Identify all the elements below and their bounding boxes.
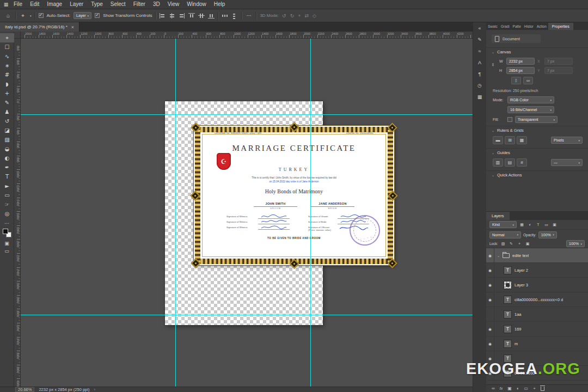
horizontal-guide[interactable] — [21, 315, 473, 315]
tab-properties[interactable]: Properties — [548, 23, 573, 30]
vertical-guide[interactable] — [310, 39, 311, 387]
crop-tool[interactable]: # — [0, 70, 14, 79]
canvas-section-header[interactable]: ⌄ Canvas — [486, 47, 588, 56]
menu-filter[interactable]: Filter — [130, 0, 149, 9]
menu-layer[interactable]: Layer — [66, 0, 87, 9]
clear-guides-button[interactable]: # — [517, 158, 527, 167]
menu-type[interactable]: Type — [87, 0, 107, 9]
tab-patterns[interactable]: Patte — [511, 23, 523, 30]
bit-depth-select[interactable]: 16 Bits/Channel ▾ — [507, 106, 554, 113]
lock-pixels-icon[interactable]: ✎ — [509, 242, 514, 246]
layer-row[interactable]: ◉ Layer 3 — [486, 278, 588, 292]
kind-filter-select[interactable]: Kind ▾ — [489, 221, 517, 228]
visibility-toggle[interactable]: ◉ — [486, 292, 494, 307]
canvas-viewport[interactable]: Certificate No. WB09547/99047-2022 / 984… — [21, 39, 473, 387]
blur-tool[interactable]: ◒ — [0, 144, 14, 154]
auto-select-checkbox[interactable] — [39, 13, 44, 18]
lock-position-icon[interactable]: + — [517, 242, 523, 246]
tab-actions[interactable]: Action — [535, 23, 548, 30]
layer-row[interactable]: ◉ 169 — [486, 322, 588, 336]
menu-help[interactable]: Help — [210, 0, 229, 9]
close-icon[interactable]: × — [71, 24, 74, 30]
grid-options-button[interactable]: ▦ — [517, 136, 527, 144]
menu-file[interactable]: File — [10, 0, 26, 9]
layer-row[interactable]: ◉ cilla0000000...ccccccc<0 d — [486, 292, 588, 307]
menu-select[interactable]: Select — [107, 0, 130, 9]
tool-preset-caret-icon[interactable]: ▾ — [30, 14, 32, 17]
new-horizontal-guide-button[interactable]: ▤ — [505, 158, 515, 167]
status-chevron-icon[interactable]: › — [94, 387, 95, 392]
eraser-tool[interactable]: ◪ — [0, 126, 14, 135]
opacity-select[interactable]: 100% ▾ — [538, 231, 557, 238]
foreground-color-swatch[interactable] — [3, 229, 8, 234]
character-panel-icon[interactable]: A — [475, 58, 485, 68]
clone-stamp-tool[interactable]: ♟ — [0, 107, 14, 117]
shape-filter-icon[interactable]: ▭ — [543, 223, 549, 227]
dodge-tool[interactable]: ◐ — [0, 154, 14, 163]
height-field[interactable]: 2854 px — [506, 67, 535, 74]
menu-image[interactable]: Image — [43, 0, 66, 9]
align-top-icon[interactable] — [188, 13, 195, 19]
units-select[interactable]: Pixels ▾ — [551, 137, 583, 144]
lock-transparent-icon[interactable]: ▨ — [500, 242, 506, 246]
visibility-toggle[interactable]: ◉ — [486, 263, 494, 277]
distribute-vertical-icon[interactable] — [231, 13, 238, 19]
adjustment-filter-icon[interactable]: ◐ — [527, 223, 533, 226]
link-dimensions-icon[interactable]: ∞ — [491, 63, 495, 66]
brush-settings-icon[interactable]: ✎ — [475, 35, 485, 45]
landscape-orientation-button[interactable]: ▭ — [523, 77, 533, 84]
info-panel-icon[interactable]: ▦ — [475, 92, 485, 102]
collapse-panels-icon[interactable]: « — [475, 23, 485, 33]
app-icon[interactable]: ▦ — [2, 2, 10, 7]
align-bottom-icon[interactable] — [208, 13, 215, 19]
visibility-toggle[interactable] — [486, 307, 494, 321]
vertical-guide[interactable] — [175, 39, 176, 387]
magic-wand-tool[interactable]: ∗ — [0, 61, 14, 70]
toggle-grid-button[interactable]: ⊞ — [505, 136, 515, 144]
tab-layers[interactable]: Layers — [486, 212, 510, 220]
tool-preset-icon[interactable]: ⌖ — [19, 13, 27, 19]
horizontal-guide[interactable] — [21, 114, 473, 115]
history-panel-icon[interactable]: ◷ — [475, 81, 485, 90]
fill-select[interactable]: Transparent ▾ — [515, 116, 558, 123]
align-right-icon[interactable] — [179, 13, 185, 19]
new-group-icon[interactable]: ▭ — [524, 386, 529, 391]
smart-object-filter-icon[interactable]: ▣ — [552, 223, 558, 227]
healing-brush-tool[interactable]: + — [0, 89, 14, 98]
align-center-horizontal-icon[interactable] — [169, 13, 175, 19]
layer-name[interactable]: cilla0000000...ccccccc<0 d — [514, 297, 563, 302]
gradient-tool[interactable]: ▨ — [0, 135, 14, 144]
tab-gradients[interactable]: Gradi — [499, 23, 511, 30]
move-tool[interactable]: ⌖ — [0, 33, 14, 42]
vertical-ruler[interactable]: 8006004002000200400600800100012001400160… — [14, 39, 21, 387]
new-layer-icon[interactable]: + — [533, 386, 536, 391]
color-swatches[interactable] — [3, 229, 11, 237]
visibility-toggle[interactable]: ◉ — [486, 322, 494, 336]
3d-scale-icon[interactable]: ◇ — [313, 13, 316, 19]
path-select-tool[interactable]: ► — [0, 181, 14, 191]
portrait-orientation-button[interactable]: ▯ — [511, 77, 521, 84]
eyedropper-tool[interactable]: ◗ — [0, 79, 14, 89]
document-selector[interactable]: Document — [492, 34, 541, 43]
edit-toolbar-icon[interactable]: ⋯ — [4, 220, 9, 226]
tab-history[interactable]: Histor — [523, 23, 535, 30]
menu-view[interactable]: View — [164, 0, 183, 9]
guides-section-header[interactable]: ⌄ Guides — [486, 148, 588, 157]
brush-tool[interactable]: ✎ — [0, 98, 14, 107]
history-brush-tool[interactable]: ↺ — [0, 117, 14, 126]
marquee-tool[interactable]: ☐ — [0, 42, 14, 52]
layer-row[interactable]: ◉ m — [486, 336, 588, 351]
layer-row-group[interactable]: ◉ ⌄ edite text — [486, 248, 588, 263]
3d-orbit-icon[interactable]: ↺ — [282, 13, 286, 19]
fill-checkbox[interactable] — [507, 117, 512, 122]
visibility-toggle[interactable]: ◉ — [486, 248, 494, 262]
horizontal-ruler[interactable]: 2000180016001400120010008006004002000200… — [21, 32, 473, 39]
pixel-filter-icon[interactable]: ▦ — [519, 223, 525, 227]
home-icon[interactable]: ⌂ — [4, 13, 12, 19]
layer-name[interactable]: edite text — [512, 253, 529, 258]
layer-name[interactable]: 1aa — [514, 312, 522, 317]
align-left-icon[interactable] — [159, 13, 166, 19]
link-layers-icon[interactable]: ∞ — [492, 386, 495, 391]
type-tool[interactable]: T — [0, 172, 14, 181]
layer-name[interactable]: 169 — [514, 327, 522, 332]
